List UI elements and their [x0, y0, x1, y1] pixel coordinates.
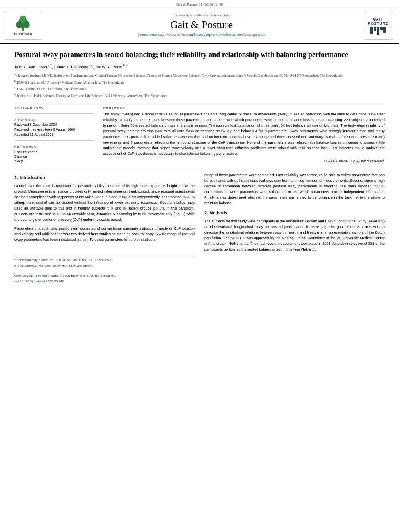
intro-para-2: Parameters characterizing seated sway co… [14, 226, 195, 243]
author-2: Lando L.J. Koppes b,c, [54, 64, 95, 69]
accepted-date: Accepted 31 August 2009 [14, 132, 95, 136]
journal-homepage: journal homepage: www.elsevier.com/locat… [49, 33, 354, 37]
intro-para-1: Control over the trunk is important for … [14, 183, 195, 223]
ref-2-4[interactable]: [2–4] [183, 195, 190, 199]
footer-issn-area: 0966-6362/$ – see front matter © 2009 El… [14, 273, 195, 284]
revised-date: Received in revised form 6 August 2009 [14, 127, 95, 131]
abstract-copyright: © 2009 Elsevier B.V. All rights reserved… [103, 159, 385, 163]
affil-c: c TNO Quality of Life, Hoofddorp, The Ne… [14, 86, 385, 92]
journal-title: Gait & Posture [49, 19, 354, 31]
main-content: Postural sway parameters in seated balan… [0, 44, 399, 290]
email-note: E-mail address: j.vandieen@fbw.vu.nl (J.… [14, 263, 195, 268]
sciencedirect-text[interactable]: Contents lists available at ScienceDirec… [49, 13, 354, 17]
svg-point-2 [16, 21, 22, 28]
bar-2 [374, 27, 376, 31]
homepage-url-text[interactable]: www.elsevier.com/locate/gaitpost [216, 33, 265, 37]
info-divider-top [14, 113, 95, 114]
affiliations: a Research Institute MOVE, Institute for… [14, 72, 385, 98]
intro-number: 1. [14, 175, 18, 180]
journal-citation: Gait & Posture 31 (2010) 42–46 [0, 0, 399, 8]
methods-section-title: 2. Methods [204, 210, 385, 216]
methods-para-1: The subjects for this study were partici… [204, 219, 385, 253]
logo-bars [370, 27, 386, 35]
info-divider-bottom [14, 140, 95, 141]
keyword-1: Postural control [14, 150, 95, 154]
keyword-3: Sway [14, 159, 95, 163]
header-divider [14, 103, 385, 103]
bar-3 [377, 27, 379, 35]
body-col-left: 1. Introduction Control over the trunk i… [14, 173, 195, 284]
abstract-label: ABSTRACT [103, 106, 385, 109]
gait-posture-logo: GAIT POSTURE [364, 12, 392, 40]
affil-a: a Research Institute MOVE, Institute for… [14, 72, 385, 78]
article-info-label: ARTICLE INFO [14, 106, 95, 109]
journal-logo-right: GAIT POSTURE [362, 12, 394, 40]
journal-header: ELSEVIER Contents lists available at Sci… [0, 8, 399, 44]
methods-title-text: Methods [209, 210, 227, 215]
received-date: Received 8 December 2008 [14, 123, 95, 127]
doi-link[interactable]: doi:10.1016/j.gaitpost.2009.08.242 [14, 279, 195, 284]
abstract-text: This study investigated a representative… [103, 112, 385, 157]
affil-d: d Institute of Health Sciences, Faculty … [14, 92, 385, 99]
ref-10-17[interactable]: [10–17] [153, 207, 164, 210]
intro-right-para-1: range of these parameters were compared.… [204, 173, 385, 206]
methods-number: 2. [204, 210, 208, 215]
homepage-label: journal homepage: [138, 33, 165, 37]
bar-5 [383, 27, 386, 33]
keyword-2: Balance [14, 154, 95, 158]
article-info-column: ARTICLE INFO Article history: Received 8… [14, 106, 95, 163]
citation-text: Gait & Posture 31 (2010) 42–46 [176, 2, 223, 6]
body-col-right: range of these parameters were compared.… [204, 173, 385, 284]
ref-21-26[interactable]: [21,26] [374, 185, 383, 188]
body-divider [14, 170, 385, 170]
ref-5-9[interactable]: [5–9] [107, 207, 114, 210]
footnote-area: * Corresponding author. Tel.: +31 20 598… [14, 255, 195, 269]
info-abstract-section: ARTICLE INFO Article history: Received 8… [14, 106, 385, 163]
ref-18-25[interactable]: [18–25] [77, 238, 88, 242]
article-title: Postural sway parameters in seated balan… [14, 50, 385, 60]
elsevier-label-text: ELSEVIER [13, 33, 33, 36]
history-label: Article history: [14, 118, 95, 122]
bar-4 [380, 27, 383, 30]
elsevier-logo: ELSEVIER [5, 12, 41, 40]
issn-note: 0966-6362/$ – see front matter © 2009 El… [14, 273, 195, 278]
author-3: Jos W.R. Twisk b,d [95, 64, 128, 69]
author-1: Jaap H. van Dieën a,*, [14, 64, 54, 69]
logo-posture-text: POSTURE [368, 21, 389, 25]
keywords-label: Keywords: [14, 145, 95, 148]
svg-point-3 [24, 21, 29, 28]
ref-1[interactable]: [1] [150, 184, 153, 188]
body-section: 1. Introduction Control over the trunk i… [14, 173, 385, 284]
intro-title-text: Introduction [19, 175, 45, 180]
logo-gait-text: GAIT [373, 17, 383, 21]
homepage-url[interactable]: www.elsevier.com/locate/gaitpost [166, 33, 215, 37]
authors-line: Jaap H. van Dieën a,*, Lando L.J. Koppes… [14, 64, 385, 69]
affil-b: b EMGO Institute, VU University Medical … [14, 79, 385, 85]
page: Gait & Posture 31 (2010) 42–46 ELSEVIER … [0, 0, 399, 532]
header-center: Contents lists available at ScienceDirec… [41, 12, 362, 40]
bar-1 [370, 27, 373, 34]
ref-27[interactable]: [27] [321, 225, 326, 229]
intro-section-title: 1. Introduction [14, 174, 195, 181]
elsevier-tree-icon [13, 16, 33, 32]
abstract-column: ABSTRACT This study investigated a repre… [103, 106, 385, 163]
corresponding-note: * Corresponding author. Tel.: +31 20 598… [14, 258, 195, 263]
